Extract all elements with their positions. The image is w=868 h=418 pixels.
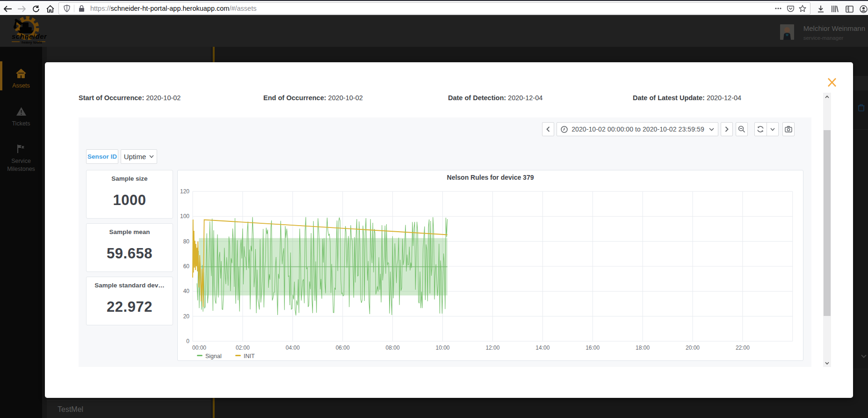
url-domain: schneider-ht-portal-app.herokuapp.com: [111, 5, 230, 12]
time-forward-button[interactable]: [721, 122, 733, 136]
account-button[interactable]: [856, 2, 868, 16]
time-range-label: 2020-10-02 00:00:00 to 2020-10-02 23:59:…: [571, 125, 704, 133]
svg-text:20:00: 20:00: [686, 345, 700, 351]
bookmark-star-button[interactable]: [796, 3, 809, 14]
zoom-out-icon: [738, 125, 745, 133]
home-icon: [46, 5, 54, 13]
variables-row: Sensor ID Uptime: [86, 149, 157, 164]
scroll-down-arrow[interactable]: [823, 359, 831, 367]
refresh-button-group: [754, 122, 779, 136]
lock-icon[interactable]: [75, 3, 87, 14]
svg-text:08:00: 08:00: [386, 345, 400, 351]
refresh-icon: [757, 125, 764, 133]
variable-value-dropdown[interactable]: Uptime: [121, 149, 157, 164]
svg-text:40: 40: [183, 288, 190, 294]
svg-text:12:00: 12:00: [485, 345, 499, 351]
browser-chrome: https://schneider-ht-portal-app.herokuap…: [0, 0, 868, 15]
chevron-down-icon: [770, 128, 775, 131]
svg-text:04:00: 04:00: [286, 345, 300, 351]
refresh-button[interactable]: [755, 123, 767, 136]
clock-icon: [561, 126, 568, 133]
refresh-interval-button[interactable]: [767, 123, 779, 136]
app-page: schneider heavy tools Melchior Weinmann …: [0, 15, 868, 418]
chevron-left-icon: [546, 126, 550, 132]
screen: https://schneider-ht-portal-app.herokuap…: [0, 0, 868, 418]
download-icon: [817, 5, 825, 13]
svg-text:20: 20: [183, 313, 190, 320]
svg-text:Signal: Signal: [205, 353, 222, 359]
url-path: /#/assets: [229, 5, 256, 12]
page-actions-button[interactable]: [772, 3, 784, 14]
end-of-occurrence: End of Occurrence: 2020-10-02: [263, 94, 448, 102]
downloads-button[interactable]: [814, 2, 828, 16]
pocket-icon: [787, 5, 794, 12]
svg-text:18:00: 18:00: [636, 345, 650, 351]
forward-icon: [17, 6, 26, 12]
time-back-button[interactable]: [542, 122, 554, 136]
pocket-button[interactable]: [784, 3, 796, 14]
date-of-latest-update: Date of Latest Update: 2020-12-04: [633, 94, 817, 102]
time-toolbar: 2020-10-02 00:00:00 to 2020-10-02 23:59:…: [542, 122, 795, 136]
svg-text:16:00: 16:00: [586, 345, 600, 351]
library-icon: [831, 5, 839, 13]
svg-text:14:00: 14:00: [535, 345, 550, 351]
url-bar[interactable]: https://schneider-ht-portal-app.herokuap…: [58, 2, 810, 15]
account-icon: [860, 5, 868, 13]
ellipsis-icon: [775, 7, 781, 9]
occurrence-info-row: Start of Occurrence: 2020-10-02 End of O…: [79, 94, 817, 102]
back-icon: [3, 6, 12, 12]
stat-title: Sample size: [87, 175, 173, 182]
scrollbar-thumb[interactable]: [824, 130, 831, 316]
svg-text:60: 60: [183, 263, 190, 270]
svg-text:10:00: 10:00: [435, 345, 449, 351]
reload-button[interactable]: [29, 2, 43, 16]
svg-text:INIT: INIT: [244, 353, 255, 359]
chevron-down-icon: [149, 155, 154, 158]
stat-value: 1000: [87, 192, 173, 209]
urlbar-separator: [74, 5, 74, 12]
close-icon: [827, 77, 837, 88]
start-of-occurrence: Start of Occurrence: 2020-10-02: [79, 94, 263, 102]
back-button[interactable]: [0, 2, 14, 16]
snapshot-button[interactable]: [782, 122, 795, 136]
forward-button[interactable]: [14, 2, 29, 16]
chevron-right-icon: [725, 126, 729, 132]
stat-panel-sample-mean[interactable]: Sample mean 59.658: [86, 223, 173, 272]
modal-scrollbar[interactable]: [823, 93, 831, 367]
chevron-down-icon: [709, 128, 714, 131]
scroll-up-arrow[interactable]: [823, 93, 831, 101]
grafana-dashboard: 2020-10-02 00:00:00 to 2020-10-02 23:59:…: [79, 117, 811, 367]
svg-text:00:00: 00:00: [192, 345, 206, 351]
svg-text:80: 80: [183, 238, 190, 245]
svg-text:02:00: 02:00: [236, 345, 250, 351]
sidebar-toggle-icon: [846, 6, 854, 13]
svg-text:120: 120: [180, 188, 189, 195]
stat-value: 59.658: [87, 245, 173, 262]
svg-text:06:00: 06:00: [336, 345, 350, 351]
library-button[interactable]: [828, 2, 842, 16]
close-button[interactable]: [827, 77, 837, 88]
stat-panel-sample-size[interactable]: Sample size 1000: [86, 170, 173, 219]
timeseries-panel[interactable]: Nelson Rules for device 379 020406080100…: [177, 170, 803, 361]
tracking-shield-icon[interactable]: [61, 3, 73, 14]
zoom-out-button[interactable]: [736, 122, 748, 136]
svg-text:100: 100: [180, 213, 189, 220]
url-text[interactable]: https://schneider-ht-portal-app.herokuap…: [90, 5, 772, 12]
camera-icon: [785, 126, 792, 132]
stat-title: Sample standard dev…: [87, 282, 173, 289]
stat-value: 22.972: [87, 299, 173, 315]
url-protocol: https://: [90, 5, 111, 12]
home-button[interactable]: [43, 2, 57, 16]
anomaly-detail-modal: Start of Occurrence: 2020-10-02 End of O…: [45, 62, 853, 398]
stat-panel-sample-stddev[interactable]: Sample standard dev… 22.972: [86, 277, 173, 325]
variable-label[interactable]: Sensor ID: [86, 149, 118, 164]
stat-title: Sample mean: [87, 228, 173, 235]
svg-text:22:00: 22:00: [736, 345, 750, 351]
date-of-detection: Date of Detection: 2020-12-04: [448, 94, 633, 102]
reload-icon: [32, 5, 40, 13]
timeseries-plot: 02040608010012000:0002:0004:0006:0008:00…: [178, 170, 803, 360]
sidebar-toggle-button[interactable]: [842, 2, 856, 16]
svg-text:0: 0: [186, 338, 189, 345]
time-range-picker[interactable]: 2020-10-02 00:00:00 to 2020-10-02 23:59:…: [557, 122, 718, 136]
star-icon: [799, 5, 806, 12]
